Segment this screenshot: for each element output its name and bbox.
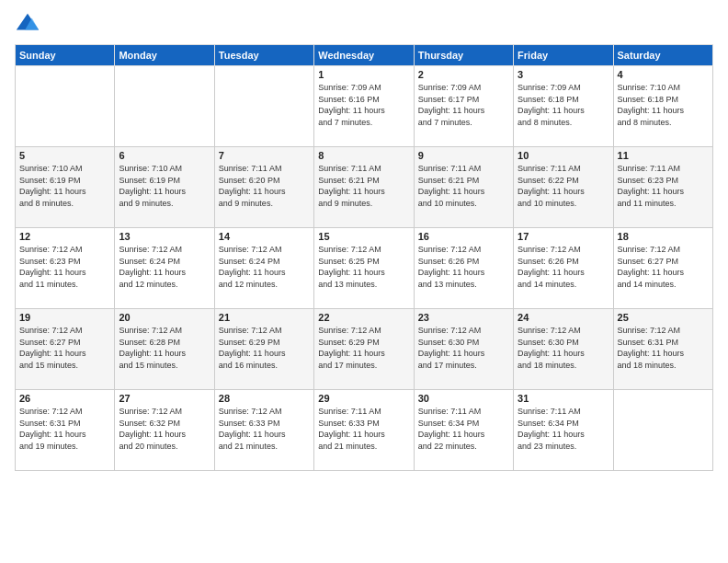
day-info: Sunrise: 7:12 AM Sunset: 6:26 PM Dayligh… bbox=[418, 244, 509, 290]
week-row-3: 12Sunrise: 7:12 AM Sunset: 6:23 PM Dayli… bbox=[16, 228, 713, 309]
day-number: 16 bbox=[418, 231, 509, 242]
day-number: 25 bbox=[618, 312, 709, 323]
day-cell: 23Sunrise: 7:12 AM Sunset: 6:30 PM Dayli… bbox=[414, 309, 513, 390]
day-cell: 7Sunrise: 7:11 AM Sunset: 6:20 PM Daylig… bbox=[214, 147, 313, 228]
weekday-tuesday: Tuesday bbox=[214, 45, 313, 66]
day-info: Sunrise: 7:12 AM Sunset: 6:31 PM Dayligh… bbox=[618, 325, 709, 371]
day-cell: 1Sunrise: 7:09 AM Sunset: 6:16 PM Daylig… bbox=[314, 66, 414, 147]
day-info: Sunrise: 7:11 AM Sunset: 6:33 PM Dayligh… bbox=[318, 406, 409, 452]
day-number: 27 bbox=[119, 393, 210, 404]
day-number: 14 bbox=[219, 231, 310, 242]
day-number: 15 bbox=[318, 231, 409, 242]
day-number: 20 bbox=[119, 312, 210, 323]
day-number: 18 bbox=[618, 231, 709, 242]
day-info: Sunrise: 7:12 AM Sunset: 6:32 PM Dayligh… bbox=[119, 406, 210, 452]
week-row-4: 19Sunrise: 7:12 AM Sunset: 6:27 PM Dayli… bbox=[16, 309, 713, 390]
day-info: Sunrise: 7:11 AM Sunset: 6:23 PM Dayligh… bbox=[618, 163, 709, 209]
logo-icon bbox=[15, 11, 40, 37]
day-info: Sunrise: 7:12 AM Sunset: 6:24 PM Dayligh… bbox=[119, 244, 210, 290]
day-number: 23 bbox=[418, 312, 509, 323]
day-cell: 18Sunrise: 7:12 AM Sunset: 6:27 PM Dayli… bbox=[613, 228, 712, 309]
day-info: Sunrise: 7:12 AM Sunset: 6:24 PM Dayligh… bbox=[219, 244, 310, 290]
day-number: 5 bbox=[19, 150, 110, 161]
day-info: Sunrise: 7:12 AM Sunset: 6:28 PM Dayligh… bbox=[119, 325, 210, 371]
day-info: Sunrise: 7:10 AM Sunset: 6:18 PM Dayligh… bbox=[618, 82, 709, 128]
weekday-friday: Friday bbox=[514, 45, 613, 66]
day-info: Sunrise: 7:12 AM Sunset: 6:29 PM Dayligh… bbox=[219, 325, 310, 371]
day-number: 2 bbox=[418, 69, 509, 80]
day-cell: 4Sunrise: 7:10 AM Sunset: 6:18 PM Daylig… bbox=[613, 66, 712, 147]
day-cell: 8Sunrise: 7:11 AM Sunset: 6:21 PM Daylig… bbox=[314, 147, 414, 228]
day-cell: 24Sunrise: 7:12 AM Sunset: 6:30 PM Dayli… bbox=[514, 309, 613, 390]
day-cell: 22Sunrise: 7:12 AM Sunset: 6:29 PM Dayli… bbox=[314, 309, 414, 390]
weekday-monday: Monday bbox=[115, 45, 214, 66]
day-number: 11 bbox=[618, 150, 709, 161]
day-number: 13 bbox=[119, 231, 210, 242]
weekday-saturday: Saturday bbox=[613, 45, 712, 66]
day-number: 12 bbox=[19, 231, 110, 242]
day-info: Sunrise: 7:11 AM Sunset: 6:22 PM Dayligh… bbox=[518, 163, 609, 209]
day-cell: 14Sunrise: 7:12 AM Sunset: 6:24 PM Dayli… bbox=[214, 228, 313, 309]
day-number: 1 bbox=[318, 69, 409, 80]
weekday-thursday: Thursday bbox=[414, 45, 513, 66]
day-cell: 25Sunrise: 7:12 AM Sunset: 6:31 PM Dayli… bbox=[613, 309, 712, 390]
day-cell: 28Sunrise: 7:12 AM Sunset: 6:33 PM Dayli… bbox=[214, 390, 313, 471]
day-info: Sunrise: 7:12 AM Sunset: 6:27 PM Dayligh… bbox=[618, 244, 709, 290]
day-number: 17 bbox=[518, 231, 609, 242]
day-cell: 16Sunrise: 7:12 AM Sunset: 6:26 PM Dayli… bbox=[414, 228, 513, 309]
day-number: 6 bbox=[119, 150, 210, 161]
day-cell: 2Sunrise: 7:09 AM Sunset: 6:17 PM Daylig… bbox=[414, 66, 513, 147]
day-number: 10 bbox=[518, 150, 609, 161]
day-cell: 3Sunrise: 7:09 AM Sunset: 6:18 PM Daylig… bbox=[514, 66, 613, 147]
day-number: 26 bbox=[19, 393, 110, 404]
day-cell bbox=[613, 390, 712, 471]
day-info: Sunrise: 7:11 AM Sunset: 6:21 PM Dayligh… bbox=[318, 163, 409, 209]
day-info: Sunrise: 7:11 AM Sunset: 6:34 PM Dayligh… bbox=[518, 406, 609, 452]
day-info: Sunrise: 7:10 AM Sunset: 6:19 PM Dayligh… bbox=[19, 163, 110, 209]
day-info: Sunrise: 7:12 AM Sunset: 6:30 PM Dayligh… bbox=[518, 325, 609, 371]
day-info: Sunrise: 7:11 AM Sunset: 6:21 PM Dayligh… bbox=[418, 163, 509, 209]
day-number: 9 bbox=[418, 150, 509, 161]
day-number: 28 bbox=[219, 393, 310, 404]
logo bbox=[15, 11, 44, 37]
day-number: 7 bbox=[219, 150, 310, 161]
weekday-sunday: Sunday bbox=[16, 45, 115, 66]
day-cell: 26Sunrise: 7:12 AM Sunset: 6:31 PM Dayli… bbox=[16, 390, 115, 471]
day-cell: 15Sunrise: 7:12 AM Sunset: 6:25 PM Dayli… bbox=[314, 228, 414, 309]
day-cell: 19Sunrise: 7:12 AM Sunset: 6:27 PM Dayli… bbox=[16, 309, 115, 390]
day-info: Sunrise: 7:09 AM Sunset: 6:16 PM Dayligh… bbox=[318, 82, 409, 128]
week-row-1: 1Sunrise: 7:09 AM Sunset: 6:16 PM Daylig… bbox=[16, 66, 713, 147]
day-cell: 11Sunrise: 7:11 AM Sunset: 6:23 PM Dayli… bbox=[613, 147, 712, 228]
day-number: 29 bbox=[318, 393, 409, 404]
weekday-header-row: SundayMondayTuesdayWednesdayThursdayFrid… bbox=[16, 45, 713, 66]
week-row-2: 5Sunrise: 7:10 AM Sunset: 6:19 PM Daylig… bbox=[16, 147, 713, 228]
day-info: Sunrise: 7:11 AM Sunset: 6:20 PM Dayligh… bbox=[219, 163, 310, 209]
page: SundayMondayTuesdayWednesdayThursdayFrid… bbox=[0, 0, 728, 563]
day-number: 19 bbox=[19, 312, 110, 323]
week-row-5: 26Sunrise: 7:12 AM Sunset: 6:31 PM Dayli… bbox=[16, 390, 713, 471]
day-cell: 6Sunrise: 7:10 AM Sunset: 6:19 PM Daylig… bbox=[115, 147, 214, 228]
weekday-wednesday: Wednesday bbox=[314, 45, 414, 66]
day-info: Sunrise: 7:12 AM Sunset: 6:33 PM Dayligh… bbox=[219, 406, 310, 452]
day-cell bbox=[115, 66, 214, 147]
day-cell bbox=[214, 66, 313, 147]
day-number: 4 bbox=[618, 69, 709, 80]
day-cell: 27Sunrise: 7:12 AM Sunset: 6:32 PM Dayli… bbox=[115, 390, 214, 471]
calendar-table: SundayMondayTuesdayWednesdayThursdayFrid… bbox=[15, 44, 713, 471]
day-info: Sunrise: 7:12 AM Sunset: 6:26 PM Dayligh… bbox=[518, 244, 609, 290]
day-cell: 5Sunrise: 7:10 AM Sunset: 6:19 PM Daylig… bbox=[16, 147, 115, 228]
day-cell: 10Sunrise: 7:11 AM Sunset: 6:22 PM Dayli… bbox=[514, 147, 613, 228]
day-number: 24 bbox=[518, 312, 609, 323]
day-info: Sunrise: 7:10 AM Sunset: 6:19 PM Dayligh… bbox=[119, 163, 210, 209]
day-info: Sunrise: 7:12 AM Sunset: 6:25 PM Dayligh… bbox=[318, 244, 409, 290]
day-number: 3 bbox=[518, 69, 609, 80]
day-cell: 30Sunrise: 7:11 AM Sunset: 6:34 PM Dayli… bbox=[414, 390, 513, 471]
day-info: Sunrise: 7:12 AM Sunset: 6:31 PM Dayligh… bbox=[19, 406, 110, 452]
day-cell: 9Sunrise: 7:11 AM Sunset: 6:21 PM Daylig… bbox=[414, 147, 513, 228]
day-cell bbox=[16, 66, 115, 147]
day-number: 31 bbox=[518, 393, 609, 404]
day-number: 8 bbox=[318, 150, 409, 161]
day-info: Sunrise: 7:09 AM Sunset: 6:18 PM Dayligh… bbox=[518, 82, 609, 128]
day-cell: 29Sunrise: 7:11 AM Sunset: 6:33 PM Dayli… bbox=[314, 390, 414, 471]
day-number: 30 bbox=[418, 393, 509, 404]
